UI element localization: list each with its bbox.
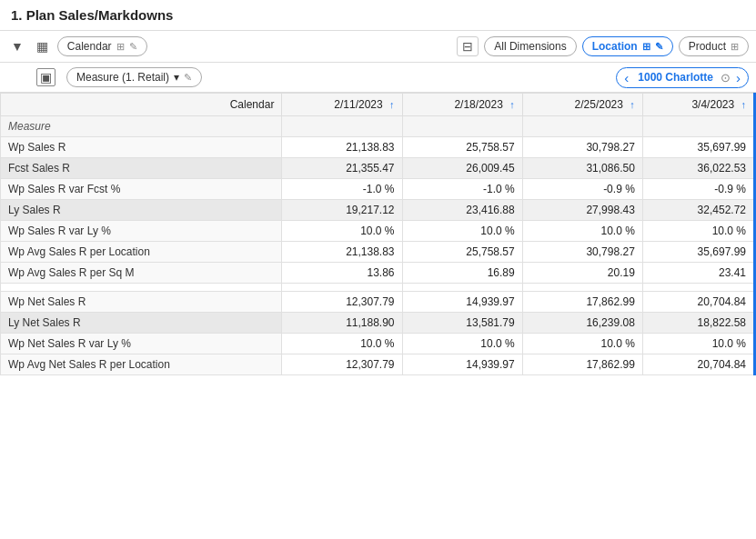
row-value: 12,307.79 [282, 292, 402, 313]
table-row: Wp Avg Net Sales R per Location12,307.79… [1, 354, 755, 375]
table-row [1, 284, 755, 292]
row-label: Ly Sales R [1, 200, 282, 221]
row-value: 17,862.99 [522, 354, 642, 375]
header-col-2: 2/18/2023 ↑ [402, 94, 522, 116]
grid-icon: ▦ [36, 39, 48, 54]
row-value: 20,704.84 [642, 292, 754, 313]
table-row: Fcst Sales R21,355.4726,009.4531,086.503… [1, 158, 755, 179]
location-next-icon: › [736, 70, 741, 85]
data-table: Calendar 2/11/2023 ↑ 2/18/2023 ↑ 2/25/20… [0, 93, 756, 375]
row-value: 21,138.83 [282, 137, 402, 158]
row-value: 10.0 % [282, 334, 402, 354]
location-label: Location [592, 40, 638, 53]
sort-arrow-1: ↑ [389, 99, 395, 110]
location-prev-icon: ‹ [624, 70, 629, 85]
location-edit-icon: ✎ [655, 41, 663, 53]
table-row: Wp Sales R var Ly %10.0 %10.0 %10.0 %10.… [1, 221, 755, 242]
sort-arrow-4: ↑ [741, 99, 747, 110]
all-dimensions-button[interactable]: All Dimensions [484, 36, 576, 56]
row-value: 30,798.27 [522, 137, 642, 158]
calendar-edit-icon: ✎ [129, 41, 137, 53]
row-value: 35,697.99 [642, 137, 754, 158]
row-value: 16,239.08 [522, 313, 642, 334]
collapse-button[interactable]: ▼ [7, 37, 27, 55]
sort-arrow-2: ↑ [509, 99, 515, 110]
page-title: 1. Plan Sales/Markdowns [0, 0, 756, 31]
location-nav: ‹ 1000 Charlotte ⊙ › [616, 67, 749, 88]
toolbar-center: ⊟ [457, 36, 479, 56]
row-label: Wp Avg Sales R per Location [1, 242, 282, 263]
all-dimensions-label: All Dimensions [494, 40, 566, 53]
row-value: 10.0 % [642, 334, 754, 354]
row-value: 30,798.27 [522, 242, 642, 263]
measure-dropdown-icon: ▾ [174, 71, 179, 84]
row-value: 10.0 % [402, 334, 522, 354]
location-name: 1000 Charlotte [634, 71, 717, 84]
product-button[interactable]: Product ⊞ [679, 36, 749, 56]
row-value: -0.9 % [522, 179, 642, 200]
table-row: Wp Sales R21,138.8325,758.5730,798.2735,… [1, 137, 755, 158]
row-value: 23,416.88 [402, 200, 522, 221]
row-label: Wp Sales R var Fcst % [1, 179, 282, 200]
table-row: Wp Sales R var Fcst %-1.0 %-1.0 %-0.9 %-… [1, 179, 755, 200]
table-header-row: Calendar 2/11/2023 ↑ 2/18/2023 ↑ 2/25/20… [1, 94, 755, 116]
row-value: 18,822.58 [642, 313, 754, 334]
measure-edit-icon: ✎ [184, 72, 192, 84]
toolbar-row1: ▼ ▦ Calendar ⊞ ✎ ⊟ All Dimensions Locati… [0, 31, 756, 63]
row-label: Wp Avg Sales R per Sq M [1, 263, 282, 284]
table-row: Ly Sales R19,217.1223,416.8827,998.4332,… [1, 200, 755, 221]
row-value: 36,022.53 [642, 158, 754, 179]
sort-arrow-3: ↑ [630, 99, 635, 110]
location-button[interactable]: Location ⊞ ✎ [582, 36, 673, 56]
measure-header-cell: Measure [1, 116, 282, 137]
columns-expand-button[interactable]: ▣ [33, 66, 59, 88]
row-value: 21,138.83 [282, 242, 402, 263]
expand-rows-button[interactable]: ⊟ [457, 36, 479, 56]
row-value: 27,998.43 [522, 200, 642, 221]
product-label: Product [689, 40, 726, 53]
row-label: Wp Sales R [1, 137, 282, 158]
header-col-3: 2/25/2023 ↑ [522, 94, 642, 116]
row-value: 21,355.47 [282, 158, 402, 179]
location-next-button[interactable]: › [734, 70, 742, 85]
data-grid-wrapper: Calendar 2/11/2023 ↑ 2/18/2023 ↑ 2/25/20… [0, 93, 756, 375]
calendar-hier-icon: ⊞ [116, 41, 125, 53]
product-hier-icon: ⊞ [731, 41, 739, 53]
table-row: Wp Net Sales R var Ly %10.0 %10.0 %10.0 … [1, 334, 755, 354]
calendar-label: Calendar [67, 40, 112, 53]
row-value: 10.0 % [522, 334, 642, 354]
row-value: 14,939.97 [402, 292, 522, 313]
row-value: 11,188.90 [282, 313, 402, 334]
row-value: 31,086.50 [522, 158, 642, 179]
row-value: 20.19 [522, 263, 642, 284]
location-prev-button[interactable]: ‹ [622, 70, 630, 85]
collapse-icon: ▼ [11, 39, 24, 54]
toolbar-left: ▼ ▦ Calendar ⊞ ✎ [7, 36, 451, 56]
row-value: 20,704.84 [642, 354, 754, 375]
row-value: 10.0 % [402, 221, 522, 242]
measure-header-row: Measure [1, 116, 755, 137]
columns-expand-icon: ▣ [36, 68, 55, 86]
row-value: 35,697.99 [642, 242, 754, 263]
row-value: -0.9 % [642, 179, 754, 200]
row-value: 23.41 [642, 263, 754, 284]
toolbar-row2: ▣ Measure (1. Retail) ▾ ✎ ‹ 1000 Charlot… [0, 63, 756, 93]
table-row: Wp Avg Sales R per Sq M13.8616.8920.1923… [1, 263, 755, 284]
row-value: 16.89 [402, 263, 522, 284]
row-label: Wp Net Sales R var Ly % [1, 334, 282, 354]
header-col-4: 3/4/2023 ↑ [642, 94, 754, 116]
row-value: 10.0 % [282, 221, 402, 242]
row-value: 26,009.45 [402, 158, 522, 179]
calendar-button[interactable]: Calendar ⊞ ✎ [57, 36, 147, 56]
row-value: 13.86 [282, 263, 402, 284]
row-value: 13,581.79 [402, 313, 522, 334]
header-calendar: Calendar [1, 94, 282, 116]
row-value: 10.0 % [522, 221, 642, 242]
measure-label: Measure (1. Retail) [76, 71, 169, 84]
row-label: Fcst Sales R [1, 158, 282, 179]
measure-button[interactable]: Measure (1. Retail) ▾ ✎ [66, 67, 202, 87]
expand-icon-area: ▣ [33, 66, 59, 88]
grid-button[interactable]: ▦ [33, 37, 52, 55]
row-value: -1.0 % [402, 179, 522, 200]
expand-rows-icon: ⊟ [462, 39, 473, 54]
